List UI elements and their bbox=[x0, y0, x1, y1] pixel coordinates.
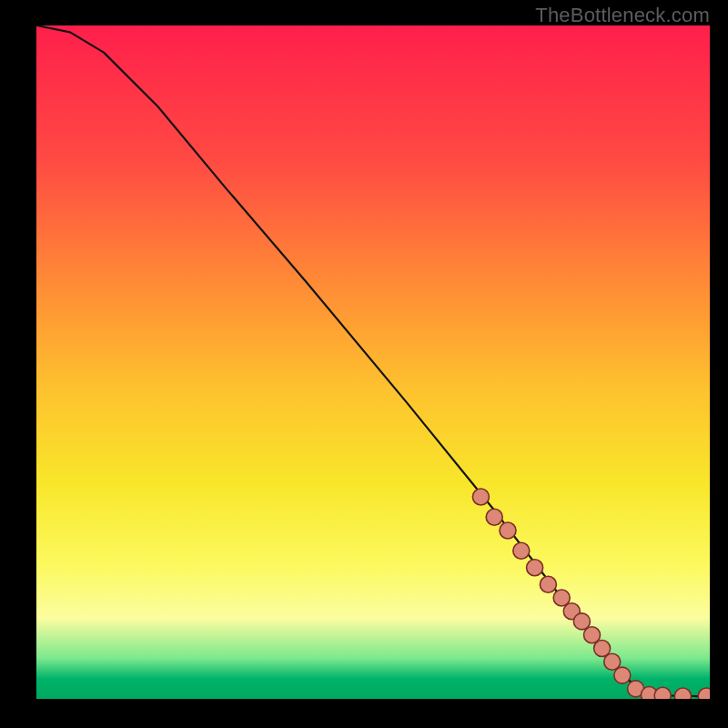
data-marker bbox=[527, 560, 543, 576]
plot-area bbox=[36, 25, 710, 699]
data-marker bbox=[540, 576, 556, 592]
data-marker bbox=[513, 542, 530, 559]
markers-group bbox=[472, 489, 710, 699]
data-marker bbox=[698, 688, 710, 699]
attribution-text: TheBottleneck.com bbox=[535, 4, 710, 27]
curve-line bbox=[36, 25, 710, 696]
chart-svg-overlay bbox=[36, 25, 710, 699]
data-marker bbox=[614, 667, 631, 683]
data-marker bbox=[486, 509, 502, 525]
data-marker bbox=[674, 688, 691, 699]
data-marker bbox=[654, 687, 671, 699]
chart-stage: TheBottleneck.com bbox=[0, 0, 728, 728]
data-marker bbox=[500, 522, 516, 539]
data-marker bbox=[472, 489, 489, 505]
